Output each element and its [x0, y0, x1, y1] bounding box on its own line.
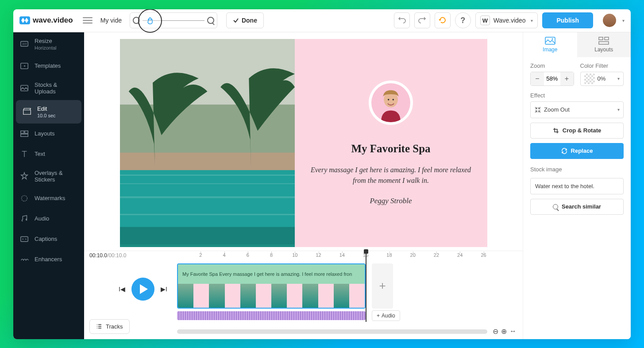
canvas[interactable]: My Favorite Spa Every massage I get here…: [84, 32, 523, 251]
frame-left-image[interactable]: [120, 39, 295, 247]
undo-button[interactable]: [394, 12, 410, 28]
sidebar-item-overlays[interactable]: Overlays & Stickers: [13, 164, 84, 188]
tab-image[interactable]: Image: [523, 32, 577, 57]
play-controls: І◀ ▶І: [119, 278, 167, 301]
layouts-icon: [19, 129, 29, 139]
svg-rect-13: [120, 227, 295, 245]
svg-point-21: [393, 99, 394, 101]
zoom-minus-button[interactable]: −: [531, 72, 544, 85]
enhancers-icon: [19, 255, 29, 264]
chevron-down-icon[interactable]: ▾: [622, 18, 625, 23]
colorfilter-select[interactable]: 0% ▾: [580, 72, 624, 86]
canvas-area: My Favorite Spa Every massage I get here…: [84, 32, 523, 339]
tl-zoom-out-icon[interactable]: ⊖: [493, 327, 498, 336]
crop-rotate-button[interactable]: Crop & Rotate: [530, 123, 624, 139]
zoom-in-icon[interactable]: [207, 17, 214, 24]
sidebar-item-audio[interactable]: Audio: [13, 209, 84, 229]
add-clip-button[interactable]: +: [372, 263, 393, 309]
tracks-button[interactable]: Tracks: [89, 319, 130, 334]
redo-button[interactable]: [414, 12, 430, 28]
sidebar-item-templates[interactable]: Templates: [13, 56, 84, 76]
play-button[interactable]: [131, 278, 154, 301]
layouts-icon: [598, 37, 609, 45]
search-similar-button[interactable]: Search similar: [530, 199, 624, 215]
author-photo: [369, 81, 413, 125]
clip-thumbnails: [178, 284, 365, 309]
svg-rect-24: [599, 37, 603, 40]
svg-rect-6: [21, 134, 28, 136]
brand-text: wave.video: [33, 16, 73, 25]
stock-label: Stock image: [530, 166, 624, 173]
effect-label: Effect: [530, 92, 624, 99]
tab-layouts[interactable]: Layouts: [577, 32, 631, 57]
sidebar-item-text[interactable]: Text: [13, 144, 84, 164]
chevron-down-icon: ▾: [531, 18, 533, 23]
replace-button[interactable]: Replace: [530, 143, 624, 159]
sidebar-item-edit[interactable]: Edit10.0 sec: [16, 100, 81, 124]
search-icon: [553, 204, 558, 209]
brand-logo[interactable]: wave.video: [19, 16, 73, 25]
svg-text:16:9: 16:9: [22, 43, 27, 45]
user-avatar[interactable]: [603, 14, 616, 27]
refresh-icon: [439, 16, 447, 24]
stock-image-input[interactable]: [530, 178, 624, 194]
checker-icon: [584, 73, 595, 84]
svg-rect-4: [21, 131, 24, 133]
svg-rect-26: [599, 42, 609, 44]
refresh-button[interactable]: [435, 12, 451, 28]
sidebar-item-stocks[interactable]: Stocks & Uploads: [13, 76, 84, 100]
zoom-slider-group[interactable]: [130, 12, 217, 28]
sidebar-item-resize[interactable]: 16:9 ResizeHorizontal: [13, 32, 84, 56]
next-button[interactable]: ▶І: [161, 286, 167, 293]
tl-zoom-in-icon[interactable]: ⊕: [501, 327, 507, 336]
video-clip[interactable]: My Favorite Spa Every massage I get here…: [177, 263, 366, 309]
clip-area: My Favorite Spa Every massage I get here…: [177, 263, 514, 321]
svg-rect-8: [21, 236, 28, 241]
svg-rect-5: [25, 131, 28, 133]
clapper-icon: [22, 107, 32, 116]
zoom-plus-button[interactable]: +: [560, 72, 574, 85]
video-frame[interactable]: My Favorite Spa Every massage I get here…: [120, 39, 487, 247]
menu-icon[interactable]: [83, 17, 93, 23]
gear-icon: [19, 193, 29, 203]
project-name[interactable]: My vide: [100, 17, 122, 24]
tl-fit-icon[interactable]: ↔: [509, 327, 517, 336]
svg-rect-3: [21, 85, 28, 91]
workspace-dropdown[interactable]: W Wave.video ▾: [475, 12, 538, 28]
zoom-label: Zoom: [530, 62, 574, 69]
svg-point-20: [388, 99, 389, 101]
timeline-scrollbar[interactable]: [177, 329, 487, 334]
body: 16:9 ResizeHorizontal Templates Stocks &…: [13, 32, 631, 339]
top-bar: wave.video My vide Done ?: [13, 9, 631, 32]
done-button[interactable]: Done: [226, 12, 264, 28]
effect-select[interactable]: Zoom Out ▾: [530, 101, 624, 118]
highlight-circle: [138, 9, 162, 33]
sidebar-item-layouts[interactable]: Layouts: [13, 124, 84, 144]
prev-button[interactable]: І◀: [119, 286, 125, 293]
add-audio-button[interactable]: +Audio: [372, 310, 400, 321]
check-icon: [233, 17, 239, 23]
plus-icon: +: [377, 313, 380, 319]
image-icon: [545, 37, 555, 45]
sidebar-item-enhancers[interactable]: Enhancers: [13, 249, 84, 270]
timeline-ruler[interactable]: 2 4 6 8 10 12 14 16 18 20 22 24 26: [177, 252, 514, 260]
app-window: wave.video My vide Done ?: [13, 9, 631, 339]
playhead[interactable]: [366, 251, 366, 322]
clip-caption: My Favorite Spa Every massage I get here…: [178, 264, 365, 284]
aspect-ratio-icon: 16:9: [19, 39, 29, 49]
help-button[interactable]: ?: [455, 12, 471, 28]
frame-right-content[interactable]: My Favorite Spa Every massage I get here…: [295, 39, 487, 247]
workspace-label: Wave.video: [494, 17, 526, 24]
zoom-stepper[interactable]: − 58% +: [530, 72, 574, 86]
music-icon: [19, 214, 29, 224]
sidebar-item-captions[interactable]: Captions: [13, 229, 84, 249]
audio-track[interactable]: [177, 311, 366, 320]
redo-icon: [418, 16, 426, 24]
sidebar-item-watermarks[interactable]: Watermarks: [13, 188, 84, 209]
star-icon: [19, 171, 29, 181]
svg-rect-25: [605, 37, 609, 40]
left-sidebar: 16:9 ResizeHorizontal Templates Stocks &…: [13, 32, 84, 339]
publish-button[interactable]: Publish: [542, 12, 593, 28]
workspace-badge: W: [480, 15, 490, 25]
crop-icon: [553, 128, 559, 134]
